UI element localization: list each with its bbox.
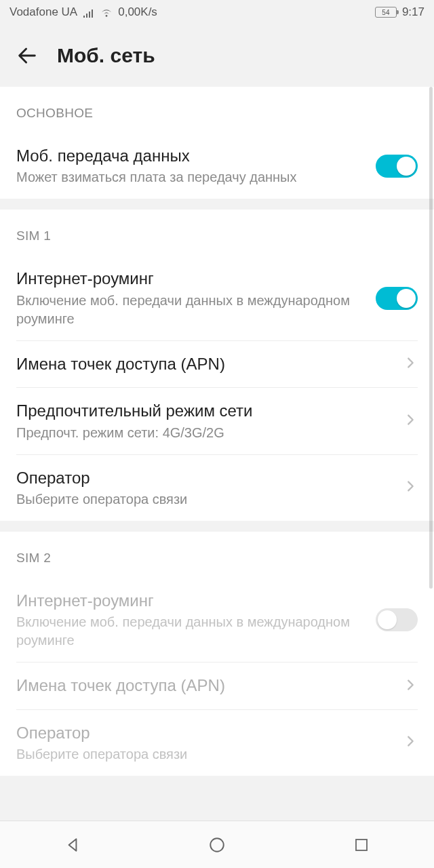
row-sim2-operator: Оператор Выберите оператора связи	[0, 710, 434, 776]
row-sim1-roaming[interactable]: Интернет-роуминг Включение моб. передачи…	[0, 256, 434, 340]
row-sub: Выберите оператора связи	[16, 745, 392, 764]
switch-mobile-data[interactable]	[376, 155, 418, 178]
row-sim1-apn[interactable]: Имена точек доступа (APN)	[0, 341, 434, 387]
section-header-main: ОСНОВНОЕ	[0, 87, 434, 133]
row-sub: Может взиматься плата за передачу данных	[16, 168, 365, 186]
row-title: Имена точек доступа (APN)	[16, 675, 392, 696]
page-title: Моб. сеть	[57, 44, 155, 67]
row-title: Предпочтительный режим сети	[16, 400, 392, 422]
row-sim2-roaming: Интернет-роуминг Включение моб. передачи…	[0, 578, 434, 662]
content-area: ОСНОВНОЕ Моб. передача данных Может взим…	[0, 87, 434, 776]
data-rate-label: 0,00K/s	[118, 5, 157, 19]
row-sub: Включение моб. передачи данных в междуна…	[16, 613, 365, 650]
row-title: Интернет-роуминг	[16, 590, 365, 612]
battery-pct: 54	[375, 7, 397, 18]
row-sim2-apn: Имена точек доступа (APN)	[0, 663, 434, 709]
scroll-indicator[interactable]	[429, 87, 433, 589]
row-sim1-network-mode[interactable]: Предпочтительный режим сети Предпочт. ре…	[0, 388, 434, 454]
wifi-icon	[100, 7, 113, 17]
carrier-label: Vodafone UA	[9, 5, 77, 19]
row-sub: Выберите оператора связи	[16, 490, 392, 509]
row-title: Моб. передача данных	[16, 145, 365, 167]
row-sub: Предпочт. режим сети: 4G/3G/2G	[16, 424, 392, 442]
signal-icon	[83, 7, 95, 17]
svg-point-0	[210, 838, 224, 852]
nav-recent-button[interactable]	[352, 835, 371, 854]
chevron-right-icon	[403, 734, 418, 751]
chevron-right-icon	[403, 677, 418, 695]
row-mobile-data[interactable]: Моб. передача данных Может взиматься пла…	[0, 133, 434, 199]
nav-back-button[interactable]	[63, 835, 82, 854]
navigation-bar	[0, 821, 434, 868]
clock-label: 9:17	[402, 5, 425, 19]
section-header-sim1: SIM 1	[0, 210, 434, 256]
battery-icon: 54	[375, 7, 397, 18]
status-bar: Vodafone UA 0,00K/s 54 9:17	[0, 0, 434, 24]
section-header-sim2: SIM 2	[0, 532, 434, 578]
row-title: Оператор	[16, 467, 392, 489]
chevron-right-icon	[403, 479, 418, 496]
svg-rect-1	[356, 840, 367, 850]
row-sub: Включение моб. передачи данных в междуна…	[16, 292, 365, 328]
row-title: Оператор	[16, 722, 392, 744]
row-sim1-operator[interactable]: Оператор Выберите оператора связи	[0, 455, 434, 521]
title-bar: Моб. сеть	[0, 24, 434, 87]
row-title: Интернет-роуминг	[16, 268, 365, 290]
nav-home-button[interactable]	[208, 835, 226, 854]
switch-sim2-roaming	[376, 608, 418, 631]
back-button[interactable]	[14, 42, 41, 69]
chevron-right-icon	[403, 355, 418, 373]
switch-sim1-roaming[interactable]	[376, 287, 418, 310]
chevron-right-icon	[403, 412, 418, 430]
row-title: Имена точек доступа (APN)	[16, 353, 392, 375]
